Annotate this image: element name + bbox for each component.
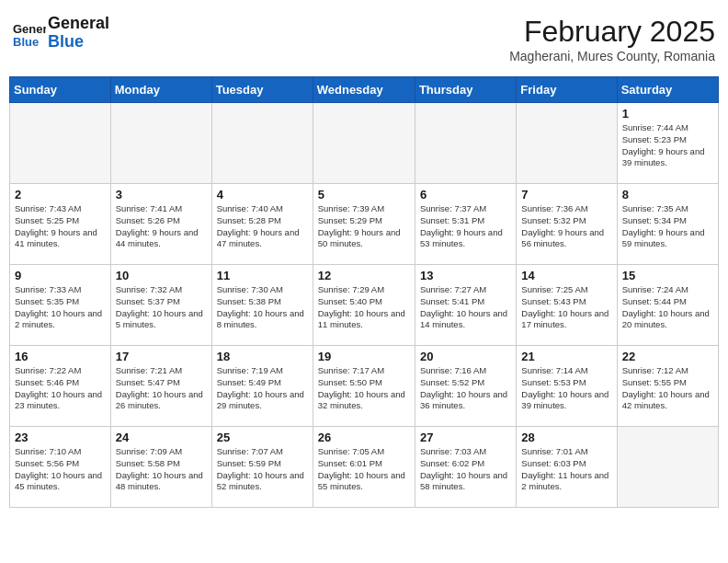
day-info: Sunrise: 7:32 AM Sunset: 5:37 PM Dayligh… (116, 284, 207, 331)
day-number: 4 (217, 188, 308, 201)
calendar-table: SundayMondayTuesdayWednesdayThursdayFrid… (9, 76, 719, 508)
page-header: General Blue General Blue February 2025 … (9, 9, 719, 69)
day-number: 27 (420, 431, 511, 444)
day-info: Sunrise: 7:03 AM Sunset: 6:02 PM Dayligh… (420, 446, 511, 493)
weekday-header-friday: Friday (517, 77, 617, 103)
day-info: Sunrise: 7:01 AM Sunset: 6:03 PM Dayligh… (521, 446, 611, 493)
calendar-cell: 12Sunrise: 7:29 AM Sunset: 5:40 PM Dayli… (313, 265, 415, 346)
calendar-cell (415, 103, 516, 184)
day-number: 18 (217, 350, 308, 363)
day-info: Sunrise: 7:36 AM Sunset: 5:32 PM Dayligh… (521, 203, 611, 250)
day-number: 21 (521, 350, 611, 363)
weekday-header-row: SundayMondayTuesdayWednesdayThursdayFrid… (10, 77, 719, 103)
day-number: 25 (217, 431, 308, 444)
calendar-week-4: 16Sunrise: 7:22 AM Sunset: 5:46 PM Dayli… (10, 346, 719, 427)
calendar-cell: 8Sunrise: 7:35 AM Sunset: 5:34 PM Daylig… (617, 184, 718, 265)
calendar-cell: 26Sunrise: 7:05 AM Sunset: 6:01 PM Dayli… (313, 427, 415, 508)
calendar-cell: 6Sunrise: 7:37 AM Sunset: 5:31 PM Daylig… (415, 184, 516, 265)
calendar-cell: 27Sunrise: 7:03 AM Sunset: 6:02 PM Dayli… (415, 427, 516, 508)
calendar-cell: 15Sunrise: 7:24 AM Sunset: 5:44 PM Dayli… (617, 265, 718, 346)
day-number: 2 (15, 188, 106, 201)
calendar-week-3: 9Sunrise: 7:33 AM Sunset: 5:35 PM Daylig… (10, 265, 719, 346)
day-info: Sunrise: 7:14 AM Sunset: 5:53 PM Dayligh… (521, 365, 611, 412)
day-number: 3 (116, 188, 207, 201)
day-info: Sunrise: 7:16 AM Sunset: 5:52 PM Dayligh… (420, 365, 511, 412)
calendar-cell: 16Sunrise: 7:22 AM Sunset: 5:46 PM Dayli… (10, 346, 111, 427)
calendar-cell: 14Sunrise: 7:25 AM Sunset: 5:43 PM Dayli… (517, 265, 617, 346)
calendar-cell: 2Sunrise: 7:43 AM Sunset: 5:25 PM Daylig… (10, 184, 111, 265)
day-info: Sunrise: 7:17 AM Sunset: 5:50 PM Dayligh… (318, 365, 410, 412)
day-number: 15 (622, 269, 713, 282)
day-info: Sunrise: 7:21 AM Sunset: 5:47 PM Dayligh… (116, 365, 207, 412)
day-info: Sunrise: 7:39 AM Sunset: 5:29 PM Dayligh… (318, 203, 410, 250)
day-number: 24 (116, 431, 207, 444)
day-number: 7 (521, 188, 611, 201)
day-number: 11 (217, 269, 308, 282)
calendar-week-1: 1Sunrise: 7:44 AM Sunset: 5:23 PM Daylig… (10, 103, 719, 184)
location-subtitle: Magherani, Mures County, Romania (509, 49, 715, 63)
day-number: 12 (318, 269, 410, 282)
day-info: Sunrise: 7:27 AM Sunset: 5:41 PM Dayligh… (420, 284, 511, 331)
weekday-header-thursday: Thursday (415, 77, 516, 103)
calendar-cell: 4Sunrise: 7:40 AM Sunset: 5:28 PM Daylig… (211, 184, 313, 265)
day-info: Sunrise: 7:07 AM Sunset: 5:59 PM Dayligh… (217, 446, 308, 493)
calendar-cell: 11Sunrise: 7:30 AM Sunset: 5:38 PM Dayli… (211, 265, 313, 346)
weekday-header-sunday: Sunday (10, 77, 111, 103)
day-number: 26 (318, 431, 410, 444)
day-info: Sunrise: 7:35 AM Sunset: 5:34 PM Dayligh… (622, 203, 713, 250)
svg-text:General: General (13, 22, 46, 36)
day-number: 19 (318, 350, 410, 363)
calendar-cell (211, 103, 313, 184)
calendar-cell: 21Sunrise: 7:14 AM Sunset: 5:53 PM Dayli… (517, 346, 617, 427)
day-info: Sunrise: 7:05 AM Sunset: 6:01 PM Dayligh… (318, 446, 410, 493)
day-number: 6 (420, 188, 511, 201)
calendar-cell: 1Sunrise: 7:44 AM Sunset: 5:23 PM Daylig… (617, 103, 718, 184)
day-number: 13 (420, 269, 511, 282)
calendar-cell: 7Sunrise: 7:36 AM Sunset: 5:32 PM Daylig… (517, 184, 617, 265)
day-info: Sunrise: 7:43 AM Sunset: 5:25 PM Dayligh… (15, 203, 106, 250)
day-number: 5 (318, 188, 410, 201)
logo-blue: Blue (48, 33, 109, 52)
calendar-cell (10, 103, 111, 184)
day-info: Sunrise: 7:30 AM Sunset: 5:38 PM Dayligh… (217, 284, 308, 331)
month-year-title: February 2025 (509, 15, 715, 49)
day-info: Sunrise: 7:33 AM Sunset: 5:35 PM Dayligh… (15, 284, 106, 331)
day-info: Sunrise: 7:25 AM Sunset: 5:43 PM Dayligh… (521, 284, 611, 331)
calendar-cell (110, 103, 211, 184)
calendar-week-2: 2Sunrise: 7:43 AM Sunset: 5:25 PM Daylig… (10, 184, 719, 265)
day-number: 17 (116, 350, 207, 363)
day-number: 28 (521, 431, 611, 444)
weekday-header-saturday: Saturday (617, 77, 718, 103)
day-number: 10 (116, 269, 207, 282)
calendar-cell: 3Sunrise: 7:41 AM Sunset: 5:26 PM Daylig… (110, 184, 211, 265)
calendar-cell: 17Sunrise: 7:21 AM Sunset: 5:47 PM Dayli… (110, 346, 211, 427)
logo-icon: General Blue (13, 17, 46, 50)
logo: General Blue General Blue (13, 15, 109, 52)
weekday-header-wednesday: Wednesday (313, 77, 415, 103)
calendar-cell: 28Sunrise: 7:01 AM Sunset: 6:03 PM Dayli… (517, 427, 617, 508)
calendar-cell (517, 103, 617, 184)
day-info: Sunrise: 7:44 AM Sunset: 5:23 PM Dayligh… (622, 122, 713, 169)
day-info: Sunrise: 7:40 AM Sunset: 5:28 PM Dayligh… (217, 203, 308, 250)
title-block: February 2025 Magherani, Mures County, R… (509, 15, 715, 63)
day-info: Sunrise: 7:29 AM Sunset: 5:40 PM Dayligh… (318, 284, 410, 331)
calendar-cell: 19Sunrise: 7:17 AM Sunset: 5:50 PM Dayli… (313, 346, 415, 427)
day-info: Sunrise: 7:41 AM Sunset: 5:26 PM Dayligh… (116, 203, 207, 250)
day-number: 20 (420, 350, 511, 363)
day-info: Sunrise: 7:19 AM Sunset: 5:49 PM Dayligh… (217, 365, 308, 412)
day-number: 9 (15, 269, 106, 282)
day-number: 23 (15, 431, 106, 444)
calendar-cell: 25Sunrise: 7:07 AM Sunset: 5:59 PM Dayli… (211, 427, 313, 508)
day-number: 14 (521, 269, 611, 282)
calendar-cell (313, 103, 415, 184)
calendar-cell: 20Sunrise: 7:16 AM Sunset: 5:52 PM Dayli… (415, 346, 516, 427)
weekday-header-tuesday: Tuesday (211, 77, 313, 103)
day-number: 16 (15, 350, 106, 363)
calendar-cell: 18Sunrise: 7:19 AM Sunset: 5:49 PM Dayli… (211, 346, 313, 427)
calendar-cell: 13Sunrise: 7:27 AM Sunset: 5:41 PM Dayli… (415, 265, 516, 346)
calendar-cell: 22Sunrise: 7:12 AM Sunset: 5:55 PM Dayli… (617, 346, 718, 427)
logo-general: General (48, 15, 109, 33)
svg-text:Blue: Blue (13, 35, 39, 49)
calendar-cell: 5Sunrise: 7:39 AM Sunset: 5:29 PM Daylig… (313, 184, 415, 265)
weekday-header-monday: Monday (110, 77, 211, 103)
